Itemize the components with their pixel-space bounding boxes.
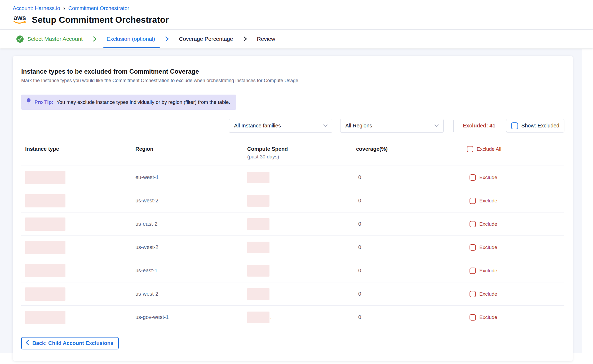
exclude-label: Exclude — [479, 198, 497, 204]
active-step-underline — [103, 47, 160, 48]
chevron-left-icon — [25, 340, 29, 347]
table-row: us-west-2 0 Exclude — [21, 236, 564, 259]
step-label: Review — [257, 36, 275, 42]
table-header: Instance type Region Compute Spend (past… — [21, 146, 564, 166]
pro-tip-banner: Pro Tip: You may exclude instance types … — [21, 95, 236, 110]
stepper: Select Master Account Exclusion (optiona… — [0, 30, 593, 48]
step-exclusion[interactable]: Exclusion (optional) — [107, 30, 155, 48]
check-circle-icon — [16, 35, 24, 43]
show-excluded-checkbox[interactable] — [511, 122, 518, 129]
title-row: aws Setup Commitment Orchestrator — [13, 14, 580, 29]
col-compute-spend: Compute Spend — [247, 146, 356, 152]
col-coverage: coverage(%) — [356, 146, 467, 152]
show-excluded-toggle[interactable]: Show: Excluded — [506, 119, 564, 133]
coverage-cell: 0 — [356, 268, 467, 274]
exclude-all-control[interactable]: Exclude All — [467, 146, 564, 152]
exclude-label: Exclude — [479, 221, 497, 227]
exclude-control[interactable]: Exclude — [467, 244, 564, 251]
content-background: Instance types to be excluded from Commi… — [0, 49, 582, 353]
page-title: Setup Commitment Orchestrator — [32, 15, 169, 25]
exclude-control[interactable]: Exclude — [467, 221, 564, 227]
exclude-control[interactable]: Exclude — [467, 291, 564, 297]
exclude-control[interactable]: Exclude — [467, 174, 564, 181]
redacted-instance-type — [25, 171, 65, 184]
exclude-all-checkbox[interactable] — [467, 146, 473, 152]
redacted-compute-spend — [247, 195, 269, 207]
coverage-cell: 0 — [356, 314, 467, 320]
breadcrumb-chevron-icon: › — [63, 5, 65, 12]
redacted-instance-type — [25, 194, 65, 207]
filters-row: All Instance families All Regions Exclud… — [21, 119, 564, 133]
table-row: us-gov-west-1 . 0 Exclude — [21, 306, 564, 329]
chevron-down-icon — [323, 123, 328, 129]
card-subheading: Mark the Instance types you would like t… — [21, 78, 564, 83]
breadcrumb-account-link[interactable]: Account: Harness.io — [13, 5, 60, 11]
chevron-right-icon — [164, 36, 170, 42]
exclude-checkbox[interactable] — [470, 244, 476, 251]
redacted-compute-spend — [247, 172, 269, 183]
col-compute-spend-sub: (past 30 days) — [247, 154, 356, 160]
region-cell: us-west-2 — [135, 244, 247, 250]
show-excluded-label: Show: Excluded — [521, 123, 559, 129]
col-instance-type: Instance type — [25, 146, 135, 152]
aws-logo-icon: aws — [13, 14, 28, 26]
redacted-compute-spend — [247, 312, 269, 323]
redacted-instance-type — [25, 241, 65, 254]
breadcrumb-page-link[interactable]: Commitment Orchestrator — [68, 5, 129, 11]
step-select-master-account[interactable]: Select Master Account — [16, 30, 83, 48]
region-cell: us-west-2 — [135, 291, 247, 297]
exclude-control[interactable]: Exclude — [467, 314, 564, 321]
redacted-compute-spend — [247, 288, 269, 300]
exclude-label: Exclude — [479, 314, 497, 320]
back-button-label: Back: Child Account Exclusions — [32, 340, 113, 346]
exclude-label: Exclude — [479, 291, 497, 297]
region-cell: us-east-2 — [135, 221, 247, 227]
table-row: eu-west-1 0 Exclude — [21, 166, 564, 189]
exclude-control[interactable]: Exclude — [467, 198, 564, 204]
region-cell: eu-west-1 — [135, 174, 247, 180]
exclude-label: Exclude — [479, 268, 497, 274]
card-heading: Instance types to be excluded from Commi… — [21, 68, 564, 75]
exclude-checkbox[interactable] — [470, 268, 476, 274]
exclusion-card: Instance types to be excluded from Commi… — [13, 56, 573, 361]
table-row: us-east-2 0 Exclude — [21, 212, 564, 236]
table-row: us-west-2 0 Exclude — [21, 282, 564, 306]
exclude-checkbox[interactable] — [470, 291, 476, 297]
redacted-compute-spend — [247, 242, 269, 253]
regions-value: All Regions — [345, 123, 372, 129]
instance-families-select[interactable]: All Instance families — [229, 119, 332, 133]
table-row: us-east-1 0 Exclude — [21, 259, 564, 282]
filter-divider — [453, 120, 454, 132]
redacted-instance-type — [25, 287, 65, 301]
regions-select[interactable]: All Regions — [340, 119, 444, 133]
coverage-cell: 0 — [356, 221, 467, 227]
redaction-artifact: . — [270, 314, 272, 320]
redacted-instance-type — [25, 311, 65, 324]
step-review[interactable]: Review — [257, 30, 275, 48]
table-row: us-west-2 0 Exclude — [21, 189, 564, 212]
page: Account: Harness.io › Commitment Orchest… — [0, 0, 593, 364]
exclude-label: Exclude — [479, 175, 497, 180]
exclude-control[interactable]: Exclude — [467, 268, 564, 274]
step-label: Select Master Account — [27, 36, 83, 42]
region-cell: us-gov-west-1 — [135, 314, 247, 320]
redacted-instance-type — [25, 264, 65, 277]
pro-tip-label: Pro Tip: — [34, 99, 53, 105]
chevron-right-icon — [92, 36, 98, 42]
exclude-checkbox[interactable] — [470, 174, 476, 181]
col-region: Region — [135, 146, 247, 152]
exclude-label: Exclude — [479, 245, 497, 250]
exclude-checkbox[interactable] — [470, 221, 476, 227]
pro-tip-text: You may exclude instance types individua… — [56, 99, 230, 105]
excluded-count: Excluded: 41 — [463, 123, 495, 129]
coverage-cell: 0 — [356, 244, 467, 250]
redacted-compute-spend — [247, 218, 269, 230]
back-button[interactable]: Back: Child Account Exclusions — [21, 337, 119, 349]
instance-families-value: All Instance families — [234, 123, 281, 129]
exclude-checkbox[interactable] — [470, 198, 476, 204]
exclude-checkbox[interactable] — [470, 314, 476, 321]
coverage-cell: 0 — [356, 198, 467, 204]
chevron-down-icon — [434, 123, 439, 129]
step-coverage-percentage[interactable]: Coverage Percentage — [179, 30, 233, 48]
header: Account: Harness.io › Commitment Orchest… — [0, 0, 593, 30]
